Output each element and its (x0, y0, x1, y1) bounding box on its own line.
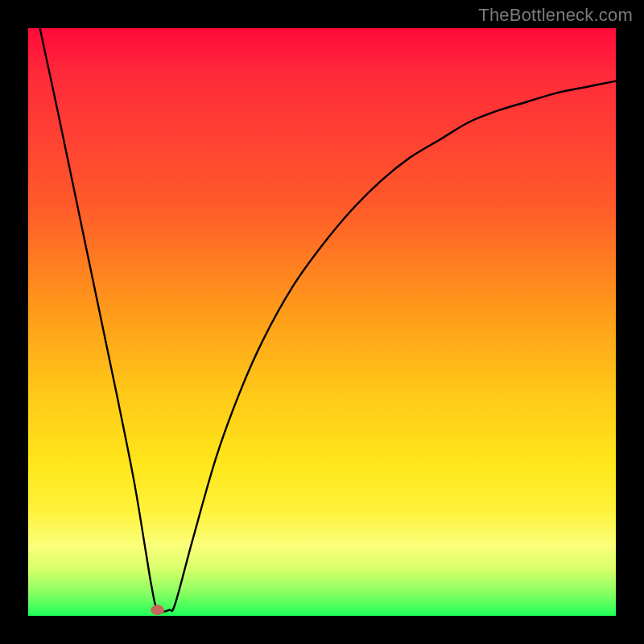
minimum-point-dot (151, 605, 164, 615)
plot-area (28, 28, 616, 616)
bottleneck-curve (40, 28, 616, 612)
curve-layer (28, 28, 616, 616)
watermark-label: TheBottleneck.com (478, 5, 633, 26)
chart-frame: TheBottleneck.com (0, 0, 644, 644)
